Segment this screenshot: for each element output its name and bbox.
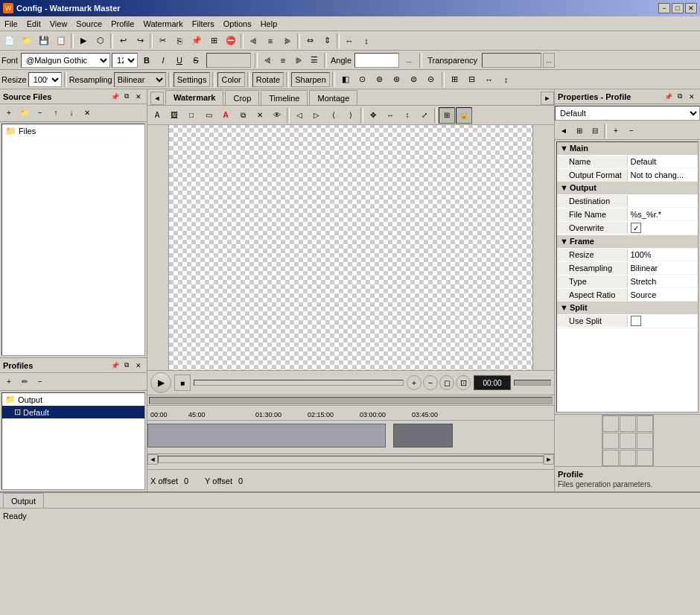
- prop-resize-value[interactable]: 100%: [628, 249, 699, 261]
- resampling-select[interactable]: Bilinear: [114, 72, 166, 87]
- undo-button[interactable]: ↩: [115, 33, 131, 49]
- source-pin-btn[interactable]: 📌: [109, 92, 120, 102]
- grid-cell-bl[interactable]: [602, 450, 619, 466]
- props-remove-btn[interactable]: −: [624, 124, 639, 138]
- grid-cell-tc[interactable]: [620, 415, 636, 432]
- prop-overwrite-value[interactable]: [628, 221, 699, 235]
- menu-view[interactable]: View: [45, 18, 72, 30]
- grid-cell-tr[interactable]: [637, 415, 653, 432]
- prop-destination-value[interactable]: [628, 200, 699, 203]
- open-button[interactable]: 📁: [19, 33, 35, 49]
- tabs-nav-left[interactable]: ◄: [150, 92, 164, 105]
- zoom-fit-btn[interactable]: ◻: [439, 375, 454, 390]
- clear-source-btn[interactable]: ✕: [80, 106, 95, 121]
- paste-button[interactable]: 📌: [188, 33, 205, 49]
- align-center-button[interactable]: ≡: [262, 33, 279, 49]
- stop-button[interactable]: ⛔: [223, 33, 239, 49]
- italic-button[interactable]: I: [156, 53, 171, 68]
- overwrite-checkbox[interactable]: [631, 223, 641, 233]
- section-split[interactable]: ▼ Split: [557, 302, 698, 314]
- tab-crop[interactable]: Crop: [225, 90, 259, 105]
- add-folder-btn[interactable]: 📁: [17, 106, 32, 121]
- wm-next-btn[interactable]: ▷: [308, 107, 325, 124]
- wm-first-btn[interactable]: ⟨: [325, 107, 342, 124]
- section-main[interactable]: ▼ Main: [557, 142, 698, 155]
- wm-move-btn[interactable]: ✥: [365, 107, 381, 124]
- add-profile-btn[interactable]: +: [1, 375, 16, 389]
- tab-montage[interactable]: Montage: [309, 90, 357, 105]
- grid-cell-bc[interactable]: [620, 450, 636, 466]
- align-left-text-button[interactable]: ⫷: [260, 53, 275, 68]
- output-profile-item[interactable]: 📁 Output: [2, 393, 144, 406]
- tabs-nav-right[interactable]: ►: [541, 92, 554, 105]
- profiles-pin-btn[interactable]: 📌: [109, 360, 120, 371]
- menu-filters[interactable]: Filters: [188, 18, 219, 30]
- save-as-button[interactable]: 📋: [53, 33, 69, 49]
- run-button[interactable]: ▶: [75, 33, 92, 49]
- angle-btn[interactable]: ...: [401, 53, 417, 68]
- source-close-btn[interactable]: ✕: [133, 92, 144, 102]
- default-profile-item[interactable]: ⊡ Default: [2, 406, 144, 418]
- font-style-select[interactable]: [206, 53, 251, 68]
- timeline-clip-end[interactable]: [393, 424, 453, 447]
- menu-file[interactable]: File: [0, 18, 22, 30]
- menu-edit[interactable]: Edit: [22, 18, 45, 30]
- wm-add-shape-btn[interactable]: □: [183, 107, 200, 124]
- wm-add-image-btn[interactable]: 🖼: [166, 107, 182, 124]
- section-output[interactable]: ▼ Output: [557, 182, 698, 194]
- save-button[interactable]: 💾: [36, 33, 52, 49]
- prop-name-value[interactable]: Default: [628, 156, 699, 168]
- zoom-all-btn[interactable]: ⊡: [456, 375, 471, 390]
- maximize-button[interactable]: □: [672, 3, 684, 13]
- props-close-btn[interactable]: ✕: [687, 92, 697, 102]
- tab-timeline[interactable]: Timeline: [261, 90, 308, 105]
- play-button[interactable]: ▶: [150, 372, 171, 393]
- justify-text-button[interactable]: ☰: [307, 53, 322, 68]
- extra-btn5[interactable]: ⊜: [406, 71, 422, 88]
- sharpen-dropdown[interactable]: Sharpen: [291, 72, 330, 87]
- prop-type-value[interactable]: Stretch: [628, 275, 699, 287]
- props-add-btn[interactable]: +: [608, 124, 623, 138]
- grid-cell-mc[interactable]: [620, 433, 636, 449]
- prop-output-format-value[interactable]: Not to chang...: [628, 169, 699, 181]
- grid-cell-tl[interactable]: [602, 415, 619, 432]
- extra-btn6[interactable]: ⊝: [423, 71, 439, 88]
- rotate-dropdown[interactable]: Rotate: [252, 72, 284, 87]
- align-center-text-button[interactable]: ≡: [276, 53, 290, 68]
- new-button[interactable]: 📄: [1, 33, 18, 49]
- wm-resize-v-btn[interactable]: ↕: [399, 107, 416, 124]
- wm-lock-btn[interactable]: 🔒: [456, 107, 472, 124]
- wm-preview-btn[interactable]: 👁: [269, 107, 285, 124]
- menu-source[interactable]: Source: [71, 18, 106, 30]
- timeline-scroll-right-btn[interactable]: ►: [544, 454, 554, 465]
- wm-resize-h-btn[interactable]: ↔: [382, 107, 398, 124]
- transparency-slider[interactable]: [482, 53, 541, 68]
- transparency-btn[interactable]: ...: [543, 53, 555, 68]
- close-button[interactable]: ✕: [685, 3, 697, 13]
- edit-profile-btn[interactable]: ✏: [17, 375, 32, 389]
- flip-v-button[interactable]: ↕: [358, 33, 375, 49]
- redo-button[interactable]: ↪: [132, 33, 148, 49]
- menu-options[interactable]: Options: [219, 18, 256, 30]
- remove-source-btn[interactable]: −: [33, 106, 48, 121]
- wm-resize-btn[interactable]: ⤢: [416, 107, 433, 124]
- profile-dropdown[interactable]: Default: [555, 106, 700, 121]
- grid-cell-ml[interactable]: [602, 433, 619, 449]
- menu-help[interactable]: Help: [256, 18, 282, 30]
- remove-profile-btn[interactable]: −: [33, 375, 48, 389]
- props-collapse-btn[interactable]: ⊟: [588, 124, 602, 138]
- wm-select-btn[interactable]: ⊞: [439, 107, 455, 124]
- tab-watermark[interactable]: Watermark: [165, 90, 223, 105]
- wm-last-btn[interactable]: ⟩: [343, 107, 359, 124]
- down-source-btn[interactable]: ↓: [64, 106, 79, 121]
- source-float-btn[interactable]: ⧉: [121, 92, 132, 102]
- props-back-btn[interactable]: ◄: [556, 124, 571, 138]
- use-split-checkbox[interactable]: [631, 316, 641, 326]
- up-source-btn[interactable]: ↑: [48, 106, 63, 121]
- settings-dropdown[interactable]: Settings: [174, 72, 211, 87]
- props-pin-btn[interactable]: 📌: [663, 92, 673, 102]
- wm-delete-btn[interactable]: ✕: [252, 107, 268, 124]
- extra-btn4[interactable]: ⊛: [389, 71, 405, 88]
- prop-aspect-ratio-value[interactable]: Source: [628, 289, 699, 301]
- underline-button[interactable]: U: [172, 53, 187, 68]
